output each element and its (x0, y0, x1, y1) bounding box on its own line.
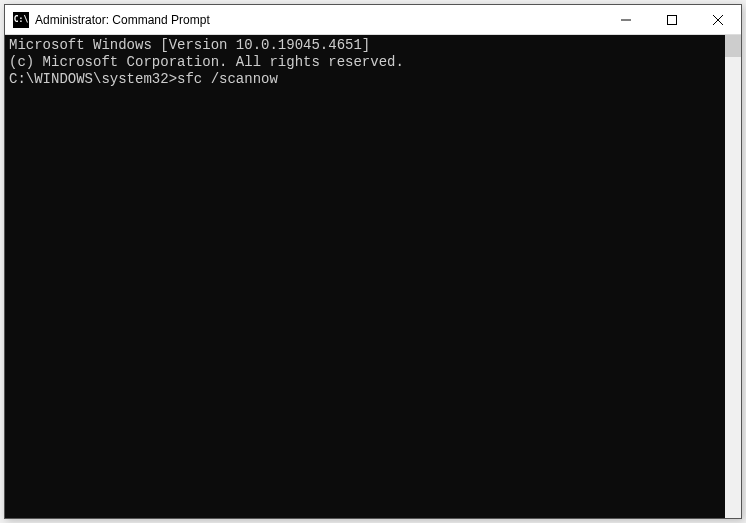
svg-rect-1 (668, 15, 677, 24)
terminal-area: Microsoft Windows [Version 10.0.19045.46… (5, 35, 741, 518)
output-line: Microsoft Windows [Version 10.0.19045.46… (9, 37, 721, 54)
titlebar[interactable]: C:\ Administrator: Command Prompt (5, 5, 741, 35)
window-title: Administrator: Command Prompt (35, 13, 603, 27)
prompt-line: C:\WINDOWS\system32>sfc /scannow (9, 71, 721, 88)
prompt-text: C:\WINDOWS\system32> (9, 71, 177, 87)
maximize-icon (667, 15, 677, 25)
command-text: sfc /scannow (177, 71, 278, 87)
window-controls (603, 5, 741, 34)
minimize-button[interactable] (603, 5, 649, 34)
close-button[interactable] (695, 5, 741, 34)
scrollbar-thumb[interactable] (725, 35, 741, 57)
terminal-output[interactable]: Microsoft Windows [Version 10.0.19045.46… (5, 35, 725, 518)
maximize-button[interactable] (649, 5, 695, 34)
vertical-scrollbar[interactable] (725, 35, 741, 518)
close-icon (713, 15, 723, 25)
minimize-icon (621, 15, 631, 25)
app-icon: C:\ (13, 12, 29, 28)
command-prompt-window: C:\ Administrator: Command Prompt Micros… (4, 4, 742, 519)
output-line: (c) Microsoft Corporation. All rights re… (9, 54, 721, 71)
